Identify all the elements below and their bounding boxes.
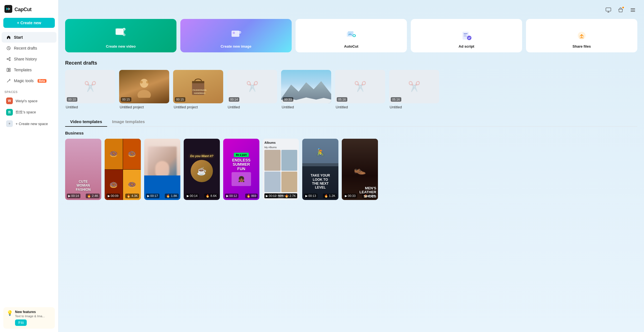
template-likes-1: 🔥 2.4K <box>86 194 100 198</box>
qa-sharefiles-label: Share files <box>572 44 591 48</box>
nav-item-templates[interactable]: Templates <box>2 65 56 75</box>
template-time-1: ▶ 00:14 <box>67 194 80 198</box>
template-likes-6: 🔥 2.7K <box>283 194 297 198</box>
template-time-8: ▶ 00:33 <box>343 194 357 198</box>
share-icon <box>6 57 11 62</box>
svg-rect-9 <box>631 8 635 9</box>
svg-rect-11 <box>631 11 635 12</box>
template-thumb-6: Albums My Albums BRANDNAME ▶ 00:12 🔥 2.7… <box>263 139 299 200</box>
space-weiyi[interactable]: W Weiyi's space <box>4 95 54 106</box>
draft-placeholder-icon-6: ✂️ <box>354 81 367 92</box>
draft-name-3: Untitled project <box>173 105 223 109</box>
image-card-icon: + <box>229 28 243 42</box>
svg-rect-7 <box>9 70 10 72</box>
draft-thumb-2: 00:15 <box>119 70 169 103</box>
template-likes-3: 🔥 1.8K <box>165 194 179 198</box>
template-thumb-8: 👞 MEN'SLEATHERSHOES ▶ 00:33 🔥 4.2K <box>342 139 378 200</box>
draft-thumb-1: ✂️ 00:10 <box>65 70 115 103</box>
draft-card-4[interactable]: ✂️ 00:14 Untitled <box>227 70 277 109</box>
recent-drafts-title: Recent drafts <box>65 60 637 66</box>
draft-time-5: 00:33 <box>283 97 293 102</box>
desktop-icon[interactable] <box>604 6 613 14</box>
drafts-row: ✂️ 00:10 Untitled 00:15 <box>65 70 637 109</box>
draft-thumb-6: ✂️ 05:16 <box>335 70 385 103</box>
create-space-label: + Create new space <box>16 122 48 126</box>
wand-icon <box>6 78 11 83</box>
template-card-3[interactable]: ▶ 00:17 🔥 1.8K <box>144 139 180 200</box>
template-thumb-4: Do you Want it? ☕ ▶ 00:14 🔥 8.6K <box>184 139 220 200</box>
svg-rect-8 <box>606 8 611 11</box>
draft-card-3[interactable]: FASHIONABLE HANDBAG 00:15 Untitled proje… <box>173 70 223 109</box>
main-content: + Create new video + Create new image <box>58 0 644 332</box>
template-likes-4: 🔥 8.6K <box>204 194 218 198</box>
template-time-3: ▶ 00:17 <box>146 194 159 198</box>
create-new-button[interactable]: + Create new <box>3 18 55 28</box>
draft-time-2: 00:15 <box>121 97 131 102</box>
template-card-8[interactable]: 👞 MEN'SLEATHERSHOES ▶ 00:33 🔥 4.2K <box>342 139 378 200</box>
svg-point-31 <box>137 90 151 98</box>
draft-thumb-4: ✂️ 00:14 <box>227 70 277 103</box>
svg-point-32 <box>140 81 143 84</box>
qa-create-image[interactable]: + Create new image <box>180 19 292 52</box>
qa-adscript[interactable]: Ad script <box>411 19 522 52</box>
qa-adscript-label: Ad script <box>459 44 474 48</box>
template-card-5[interactable]: Be a part ENDLESSSUMMERFUN 👧🏾 ▶ 00:12 🔥 … <box>223 139 259 200</box>
draft-card-2[interactable]: 00:15 Untitled project <box>119 70 169 109</box>
tab-video-templates[interactable]: Video templates <box>65 117 107 127</box>
template-card-1[interactable]: CUTEWOMANFASHION ▶ 00:14 🔥 2.4K <box>65 139 101 200</box>
template-card-4[interactable]: Do you Want it? ☕ ▶ 00:14 🔥 8.6K <box>184 139 220 200</box>
main-nav: Start Recent drafts Share history <box>0 32 58 86</box>
svg-text:FASHIONABLE: FASHIONABLE <box>193 89 207 91</box>
templates-row: CUTEWOMANFASHION ▶ 00:14 🔥 2.4K 🍩 🍩 🍩 🍩 <box>65 139 637 200</box>
qa-create-video[interactable]: + Create new video <box>65 19 176 52</box>
draft-name-5: Untitled <box>281 105 331 109</box>
logo-icon <box>4 5 12 14</box>
weiyi-label: Weiyi's space <box>16 99 38 103</box>
nav-label-magic: Magic tools <box>14 79 34 83</box>
draft-placeholder-icon-1: ✂️ <box>84 81 97 92</box>
new-features-start-button[interactable]: 开始 <box>15 319 27 326</box>
weiyi-avatar: W <box>6 97 13 104</box>
template-likes-5: 🔥 869 <box>245 194 258 198</box>
draft-card-6[interactable]: ✂️ 05:16 Untitled <box>335 70 385 109</box>
create-space-item[interactable]: + + Create new space <box>4 118 54 129</box>
svg-point-28 <box>467 36 471 40</box>
tab-image-templates[interactable]: Image templates <box>107 117 150 127</box>
space-zhuzhui[interactable]: 拄 拄拄's space <box>4 107 54 118</box>
nav-item-share-history[interactable]: Share history <box>2 54 56 64</box>
nav-item-recent-drafts[interactable]: Recent drafts <box>2 43 56 53</box>
bulb-icon: 💡 <box>7 310 13 316</box>
template-time-2: ▶ 00:09 <box>106 194 120 198</box>
template-card-2[interactable]: 🍩 🍩 🍩 🍩 ▶ 00:09 🔥 4.3K <box>105 139 141 200</box>
template-card-6[interactable]: Albums My Albums BRANDNAME ▶ 00:12 🔥 2.7… <box>263 139 299 200</box>
nav-item-magic-tools[interactable]: Magic tools Beta <box>2 75 56 86</box>
nav-label-start: Start <box>14 35 23 40</box>
qa-video-label: Create new video <box>106 44 136 48</box>
new-features-title: New features <box>15 310 45 314</box>
business-section-title: Business <box>65 131 637 135</box>
nav-item-start[interactable]: Start <box>2 32 56 43</box>
qa-autocut-label: AutoCut <box>344 44 358 48</box>
nav-label-recent: Recent drafts <box>14 46 37 50</box>
svg-text:HANDBAG: HANDBAG <box>194 92 205 94</box>
draft-card-7[interactable]: ✂️ 05:16 Untitled <box>389 70 439 109</box>
draft-thumb-5: 00:33 <box>281 70 331 103</box>
qa-autocut[interactable]: AutoCut <box>296 19 407 52</box>
new-features-content: New features Text to Image & Ima... 开始 <box>15 310 45 326</box>
menu-icon[interactable] <box>628 6 637 14</box>
beta-badge: Beta <box>38 79 46 83</box>
template-thumb-5: Be a part ENDLESSSUMMERFUN 👧🏾 ▶ 00:12 🔥 … <box>223 139 259 200</box>
layout-icon <box>6 67 11 72</box>
draft-time-4: 00:14 <box>229 97 239 102</box>
draft-card-5[interactable]: 00:33 Untitled <box>281 70 331 109</box>
qa-sharefiles[interactable]: Share files <box>526 19 637 52</box>
autocut-icon <box>346 30 357 42</box>
bag-icon[interactable] <box>616 6 625 14</box>
sidebar: CapCut + Create new Start Recent drafts <box>0 0 58 332</box>
svg-rect-10 <box>631 10 635 10</box>
svg-rect-18 <box>232 31 239 37</box>
recent-drafts-section: Recent drafts ✂️ 00:10 Untitled <box>65 60 637 109</box>
zhuzhui-avatar: 拄 <box>6 109 13 116</box>
draft-card-1[interactable]: ✂️ 00:10 Untitled <box>65 70 115 109</box>
template-card-7[interactable]: TAKE YOURLOOK TOTHE NEXTLEVEL 🚴 ▶ 00:13 … <box>302 139 338 200</box>
